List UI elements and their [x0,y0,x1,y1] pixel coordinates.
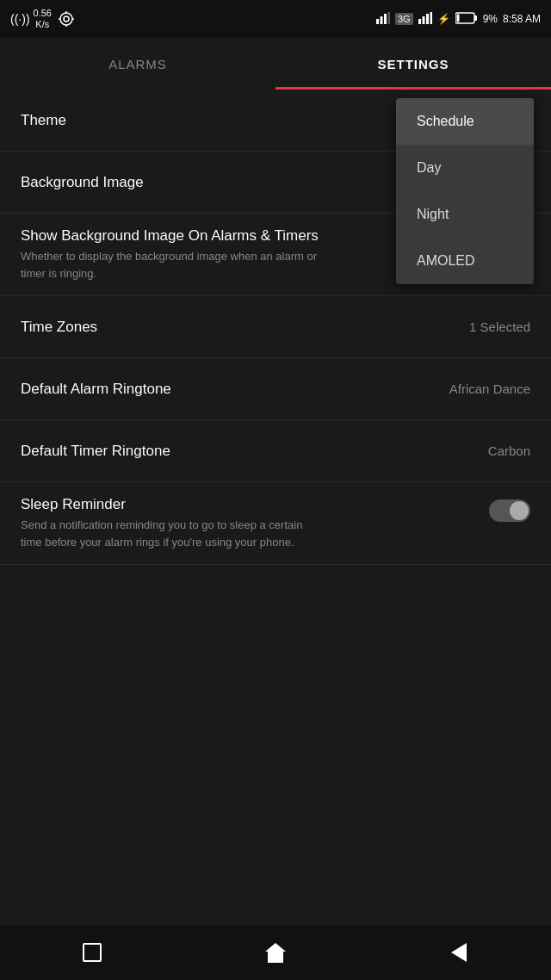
square-icon [83,943,102,962]
svg-rect-7 [380,16,382,24]
back-button[interactable] [443,937,474,968]
dropdown-item-day[interactable]: Day [396,145,534,191]
time-zones-value: 1 Selected [469,319,530,334]
sleep-reminder-toggle[interactable] [489,499,530,522]
sleep-reminder-description: Send a notification reminding you to go … [21,517,322,550]
tab-alarms[interactable]: ALARMS [0,38,276,90]
default-timer-ringtone-row[interactable]: Default Timer Ringtone Carbon [0,420,551,482]
recents-button[interactable] [77,937,108,968]
theme-row[interactable]: Theme Schedule Schedule Day Night AMOLED [0,90,551,152]
sleep-reminder-title: Sleep Reminder [21,496,322,513]
default-timer-ringtone-label: Default Timer Ringtone [21,443,170,460]
sleep-reminder-text-block: Sleep Reminder Send a notification remin… [21,496,322,550]
time-zones-row[interactable]: Time Zones 1 Selected [0,296,551,358]
default-alarm-ringtone-label: Default Alarm Ringtone [21,381,171,398]
svg-point-1 [64,16,69,22]
status-left: ((·)) 0.56K/s [10,8,74,30]
wifi-icon: ((·)) [10,12,30,26]
battery-percent: 9% [483,13,498,25]
sleep-reminder-toggle-knob [510,501,529,520]
svg-rect-12 [426,14,429,24]
time-zones-label: Time Zones [21,319,97,336]
speed-text: 0.56K/s [34,8,52,30]
default-timer-ringtone-value: Carbon [488,443,530,458]
svg-rect-11 [422,16,424,24]
dropdown-item-night[interactable]: Night [396,191,534,238]
svg-rect-8 [384,14,387,24]
show-bg-text-block: Show Background Image On Alarms & Timers… [21,227,322,282]
show-bg-description: Whether to display the background image … [21,248,322,282]
signal-bars-2 [418,12,432,27]
tab-settings[interactable]: SETTINGS [276,38,551,90]
svg-rect-15 [474,16,477,21]
signal-bars-1 [376,12,390,27]
svg-rect-13 [430,12,432,24]
theme-label: Theme [21,112,66,129]
svg-rect-16 [456,14,459,22]
home-button[interactable] [260,937,291,968]
svg-point-0 [60,13,72,25]
bottom-nav [0,925,551,980]
target-icon [59,11,74,27]
svg-rect-6 [376,19,379,24]
lightning-icon: ⚡ [437,13,450,25]
network-type: 3G [395,13,413,25]
dropdown-item-amoled[interactable]: AMOLED [396,238,534,284]
back-icon [451,943,467,962]
theme-dropdown-menu: Schedule Day Night AMOLED [396,98,534,284]
default-alarm-ringtone-value: African Dance [449,381,530,396]
svg-rect-10 [418,19,421,24]
sleep-reminder-row[interactable]: Sleep Reminder Send a notification remin… [0,482,551,565]
background-image-label: Background Image [21,174,144,191]
svg-rect-9 [387,12,390,24]
settings-area: Theme Schedule Schedule Day Night AMOLED… [0,90,551,565]
default-alarm-ringtone-row[interactable]: Default Alarm Ringtone African Dance [0,358,551,420]
status-right: 3G ⚡ 9% 8:58 AM [376,12,541,27]
home-icon [265,943,286,963]
time: 8:58 AM [503,13,541,25]
dropdown-item-schedule[interactable]: Schedule [396,98,534,145]
show-bg-title: Show Background Image On Alarms & Timers [21,227,322,245]
battery-icon [455,12,478,27]
status-bar: ((·)) 0.56K/s 3G [0,0,551,38]
top-nav: ALARMS SETTINGS [0,38,551,90]
